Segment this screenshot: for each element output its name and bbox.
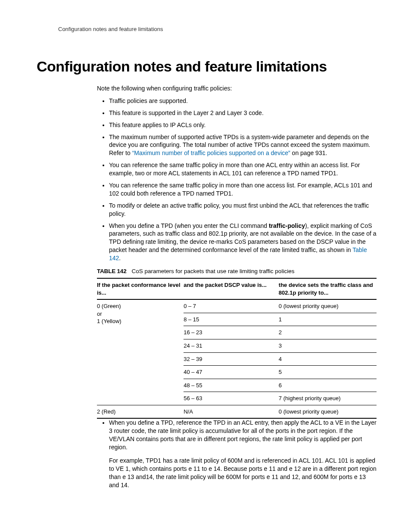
text: 1 (Yellow) bbox=[97, 317, 181, 325]
list-item: You can reference the same traffic polic… bbox=[109, 161, 377, 177]
list-item: To modify or delete an active traffic po… bbox=[109, 202, 377, 218]
table-label: TABLE 142 bbox=[97, 268, 126, 274]
th-conformance: If the packet conformance level is... bbox=[97, 278, 184, 299]
th-dscp: and the packet DSCP value is... bbox=[184, 278, 279, 299]
list-item: When you define a TPD, reference the TPD… bbox=[109, 419, 377, 451]
list-item: The maximum number of supported active T… bbox=[109, 133, 377, 158]
table-row: 0 (Green) or 1 (Yellow) 0 – 7 0 (lowest … bbox=[97, 299, 377, 313]
cell-priority: 1 bbox=[279, 313, 377, 326]
text: . bbox=[119, 255, 121, 261]
text: on page 931. bbox=[290, 149, 327, 156]
cell-conformance: 0 (Green) or 1 (Yellow) bbox=[97, 299, 184, 405]
text: When you define a TPD (when you enter th… bbox=[109, 222, 269, 229]
cell-priority: 7 (highest priority queue) bbox=[279, 392, 377, 405]
cell-dscp: 16 – 23 bbox=[184, 326, 279, 339]
text: or bbox=[97, 310, 181, 318]
table-caption: TABLE 142CoS parameters for packets that… bbox=[97, 268, 377, 275]
cell-dscp: 0 – 7 bbox=[184, 299, 279, 313]
notes-list: Traffic policies are supported. This fea… bbox=[97, 97, 377, 262]
th-priority: the device sets the traffic class and 80… bbox=[279, 278, 377, 299]
cell-dscp: 48 – 55 bbox=[184, 379, 279, 392]
cell-conformance: 2 (Red) bbox=[97, 405, 184, 418]
cell-dscp: 40 – 47 bbox=[184, 366, 279, 379]
table-title: CoS parameters for packets that use rate… bbox=[131, 268, 294, 274]
cos-table: If the packet conformance level is... an… bbox=[97, 278, 377, 419]
xref-max-policies[interactable]: “Maximum number of traffic policies supp… bbox=[132, 149, 290, 156]
list-item: This feature is supported in the Layer 2… bbox=[109, 109, 377, 117]
notes-list-continued: When you define a TPD, reference the TPD… bbox=[97, 419, 377, 451]
running-header: Configuration notes and feature limitati… bbox=[58, 26, 377, 32]
cell-dscp: 32 – 39 bbox=[184, 352, 279, 366]
list-item: You can reference the same traffic polic… bbox=[109, 181, 377, 198]
cell-dscp: 24 – 31 bbox=[184, 339, 279, 352]
cell-priority: 0 (lowest priority queue) bbox=[279, 405, 377, 418]
cell-priority: 0 (lowest priority queue) bbox=[279, 299, 377, 313]
text: 0 (Green) bbox=[97, 302, 181, 310]
page-title: Configuration notes and feature limitati… bbox=[37, 58, 377, 75]
cell-dscp: N/A bbox=[184, 405, 279, 418]
example-paragraph: For example, TPD1 has a rate limit polic… bbox=[109, 457, 377, 489]
cell-dscp: 56 – 63 bbox=[184, 392, 279, 405]
cell-priority: 4 bbox=[279, 352, 377, 366]
cell-priority: 5 bbox=[279, 366, 377, 379]
list-item: Traffic policies are supported. bbox=[109, 97, 377, 105]
list-item: This feature applies to IP ACLs only. bbox=[109, 121, 377, 129]
list-item: When you define a TPD (when you enter th… bbox=[109, 222, 377, 262]
cell-priority: 2 bbox=[279, 326, 377, 339]
table-header-row: If the packet conformance level is... an… bbox=[97, 278, 377, 299]
cli-command: traffic-policy bbox=[269, 222, 305, 229]
intro-text: Note the following when configuring traf… bbox=[97, 84, 377, 93]
cell-dscp: 8 – 15 bbox=[184, 313, 279, 326]
table-row: 2 (Red) N/A 0 (lowest priority queue) bbox=[97, 405, 377, 418]
cell-priority: 6 bbox=[279, 379, 377, 392]
cell-priority: 3 bbox=[279, 339, 377, 352]
